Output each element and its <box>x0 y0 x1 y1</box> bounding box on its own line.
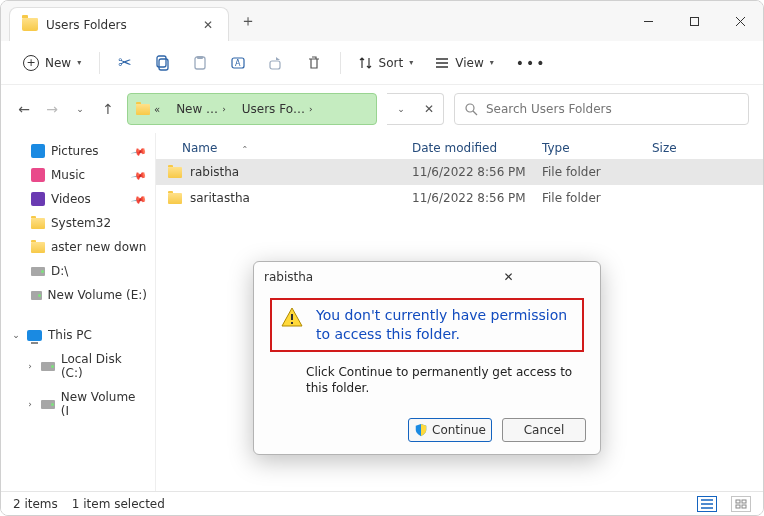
forward-button[interactable]: → <box>43 101 61 117</box>
view-button[interactable]: View ▾ <box>427 50 502 76</box>
shield-icon <box>414 423 428 437</box>
rename-button[interactable]: A <box>222 49 254 77</box>
continue-label: Continue <box>432 423 486 437</box>
svg-rect-13 <box>736 500 740 503</box>
col-size[interactable]: Size <box>652 141 747 155</box>
back-button[interactable]: ← <box>15 101 33 117</box>
sidebar-item-label: Local Disk (C:) <box>61 352 147 380</box>
minimize-icon <box>643 16 654 27</box>
sidebar-item-label: New Volume (E:) <box>48 288 147 302</box>
svg-line-12 <box>473 111 477 115</box>
address-dropdown[interactable]: ⌄ <box>387 104 415 114</box>
minimize-button[interactable] <box>625 5 671 37</box>
paste-button[interactable] <box>184 49 216 77</box>
folder-icon <box>31 218 45 229</box>
chevron-right-icon: › <box>309 104 313 114</box>
sidebar-item-aster[interactable]: aster new down <box>1 235 155 259</box>
table-row[interactable]: saritastha 11/6/2022 8:56 PM File folder <box>156 185 763 211</box>
sort-caret-icon: ⌃ <box>241 145 248 154</box>
icons-view-button[interactable] <box>731 496 751 512</box>
col-date[interactable]: Date modified <box>412 141 542 155</box>
details-view-button[interactable] <box>697 496 717 512</box>
paste-icon <box>192 55 208 71</box>
view-label: View <box>455 56 483 70</box>
sort-button[interactable]: Sort ▾ <box>351 50 422 76</box>
svg-point-11 <box>466 104 474 112</box>
search-box[interactable] <box>454 93 749 125</box>
folder-icon <box>22 18 38 31</box>
up-button[interactable]: ↑ <box>99 101 117 117</box>
item-count: 2 items <box>13 497 58 511</box>
share-icon <box>268 55 284 71</box>
folder-icon <box>168 193 182 204</box>
sidebar-item-videos[interactable]: Videos📌 <box>1 187 155 211</box>
chevron-down-icon: ▾ <box>77 58 81 67</box>
recent-dropdown[interactable]: ⌄ <box>71 104 89 114</box>
breadcrumb-seg[interactable]: Users Fo… <box>242 102 305 116</box>
chevron-right-icon: › <box>222 104 226 114</box>
new-tab-button[interactable]: ＋ <box>233 11 263 32</box>
rename-icon: A <box>230 55 246 71</box>
col-name[interactable]: Name <box>182 141 217 155</box>
window-tab[interactable]: Users Folders ✕ <box>9 7 229 41</box>
svg-rect-17 <box>291 314 293 320</box>
sidebar-newvol[interactable]: ›New Volume (I <box>1 385 155 423</box>
maximize-button[interactable] <box>671 5 717 37</box>
breadcrumb-seg[interactable]: New … <box>176 102 218 116</box>
sidebar-localdisk[interactable]: ›Local Disk (C:) <box>1 347 155 385</box>
search-icon <box>465 103 478 116</box>
continue-button[interactable]: Continue <box>408 418 492 442</box>
sidebar-item-system32[interactable]: System32 <box>1 211 155 235</box>
sidebar-item-music[interactable]: Music📌 <box>1 163 155 187</box>
music-icon <box>31 168 45 182</box>
share-button[interactable] <box>260 49 292 77</box>
folder-icon <box>136 104 150 115</box>
new-label: New <box>45 56 71 70</box>
copy-icon <box>154 55 170 71</box>
permission-dialog: rabistha ✕ You don't currently have perm… <box>253 261 601 455</box>
tab-title: Users Folders <box>46 18 192 32</box>
close-button[interactable] <box>717 5 763 37</box>
sidebar-item-pictures[interactable]: Pictures📌 <box>1 139 155 163</box>
svg-rect-10 <box>270 61 280 69</box>
navigation-row: ← → ⌄ ↑ « New …› Users Fo…› ⌄ ✕ <box>1 85 763 133</box>
search-input[interactable] <box>486 102 738 116</box>
chevron-down-icon: ▾ <box>490 58 494 67</box>
more-button[interactable]: ••• <box>508 49 555 77</box>
table-row[interactable]: rabistha 11/6/2022 8:56 PM File folder <box>156 159 763 185</box>
sidebar-item-label: Music <box>51 168 85 182</box>
drive-icon <box>31 291 42 300</box>
col-type[interactable]: Type <box>542 141 652 155</box>
row-date: 11/6/2022 8:56 PM <box>412 165 542 179</box>
sidebar-item-newvol-e[interactable]: New Volume (E:) <box>1 283 155 307</box>
cut-button[interactable]: ✂ <box>110 47 139 78</box>
sidebar-item-label: New Volume (I <box>61 390 147 418</box>
separator <box>340 52 341 74</box>
toolbar: + New ▾ ✂ A Sort ▾ View ▾ ••• <box>1 41 763 85</box>
column-headers[interactable]: Name⌃ Date modified Type Size <box>156 133 763 159</box>
chevron-down-icon: ⌄ <box>11 330 21 340</box>
grid-icon <box>735 499 747 509</box>
refresh-button[interactable]: ✕ <box>415 102 443 116</box>
folder-icon <box>31 242 45 253</box>
drive-icon <box>41 400 55 409</box>
sidebar-item-d[interactable]: D:\ <box>1 259 155 283</box>
sort-icon <box>359 56 373 70</box>
row-type: File folder <box>542 191 652 205</box>
svg-rect-16 <box>742 505 746 508</box>
new-button[interactable]: + New ▾ <box>15 49 89 77</box>
monitor-icon <box>27 330 42 341</box>
warning-icon <box>280 306 304 330</box>
row-date: 11/6/2022 8:56 PM <box>412 191 542 205</box>
svg-rect-18 <box>291 322 293 324</box>
dialog-title: rabistha <box>264 270 427 284</box>
address-bar[interactable]: « New …› Users Fo…› <box>127 93 377 125</box>
copy-button[interactable] <box>146 49 178 77</box>
tab-close-icon[interactable]: ✕ <box>200 18 216 32</box>
sidebar-thispc[interactable]: ⌄This PC <box>1 323 155 347</box>
view-icon <box>435 56 449 70</box>
delete-button[interactable] <box>298 49 330 77</box>
svg-rect-14 <box>742 500 746 503</box>
dialog-close-button[interactable]: ✕ <box>427 270 590 284</box>
cancel-button[interactable]: Cancel <box>502 418 586 442</box>
